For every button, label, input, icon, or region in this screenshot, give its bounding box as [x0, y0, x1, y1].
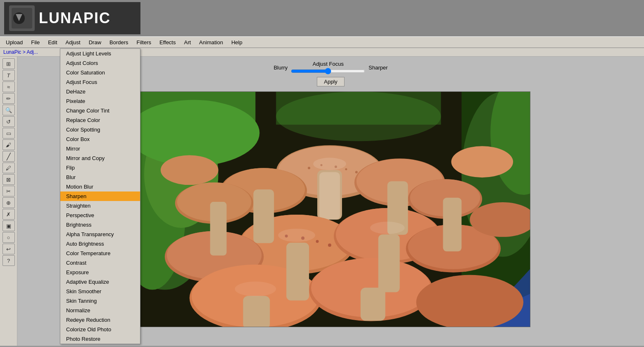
- skin-tanning[interactable]: Skin Tanning: [60, 296, 140, 306]
- svg-rect-49: [253, 189, 274, 243]
- svg-point-60: [313, 158, 346, 170]
- color-spotting[interactable]: Color Spotting: [60, 125, 140, 134]
- dropper-tool[interactable]: 🖊: [2, 163, 15, 173]
- svg-point-36: [316, 240, 318, 243]
- svg-rect-53: [286, 243, 309, 301]
- logo-box: LUNAPIC: [4, 2, 140, 34]
- color-temperature[interactable]: Color Temperature: [60, 249, 140, 258]
- logo-icon: [9, 5, 35, 31]
- stamp-tool[interactable]: ⊕: [2, 197, 15, 208]
- menu-draw[interactable]: Draw: [85, 38, 105, 47]
- menu-file[interactable]: File: [27, 38, 44, 47]
- logo-text: LUNAPIC: [39, 10, 111, 27]
- mirror[interactable]: Mirror: [60, 144, 140, 153]
- dehaze[interactable]: DeHaze: [60, 87, 140, 96]
- svg-point-58: [160, 155, 218, 185]
- auto-brightness[interactable]: Auto Brightness: [60, 239, 140, 249]
- line-tool[interactable]: ╱: [2, 151, 15, 162]
- menu-help[interactable]: Help: [227, 38, 247, 47]
- grid-tool[interactable]: ⊞: [2, 58, 15, 69]
- header: LUNAPIC: [0, 0, 644, 36]
- apply-button[interactable]: Apply: [317, 77, 345, 86]
- svg-point-63: [235, 282, 276, 297]
- menu-effects[interactable]: Effects: [155, 38, 180, 47]
- svg-point-65: [276, 92, 441, 141]
- change-color-tint[interactable]: Change Color Tint: [60, 106, 140, 115]
- svg-point-62: [370, 222, 404, 234]
- svg-rect-52: [443, 198, 461, 251]
- color-saturation[interactable]: Color Saturation: [60, 68, 140, 77]
- zoom-tool[interactable]: 🔍: [2, 105, 15, 115]
- svg-rect-56: [360, 288, 385, 321]
- close-btn[interactable]: ✗: [2, 209, 15, 220]
- colorize-old-photo[interactable]: Colorize Old Photo: [60, 325, 140, 334]
- adjust-colors[interactable]: Adjust Colors: [60, 58, 140, 68]
- rect-select-tool[interactable]: ▭: [2, 128, 15, 139]
- svg-point-61: [278, 229, 315, 242]
- cut-tool[interactable]: ✂: [2, 186, 15, 196]
- straighten[interactable]: Straighten: [60, 201, 140, 211]
- breadcrumb-separator: >: [23, 49, 27, 55]
- breadcrumb-lunapic[interactable]: LunaPic: [3, 49, 21, 55]
- photo-restore[interactable]: Photo Restore: [60, 334, 140, 344]
- adjust-focus[interactable]: Adjust Focus: [60, 77, 140, 87]
- svg-point-57: [451, 146, 513, 177]
- menu-adjust[interactable]: Adjust: [62, 38, 85, 47]
- svg-point-20: [355, 171, 357, 173]
- svg-rect-51: [210, 202, 226, 256]
- sharpen-controls: Blurry Adjust Focus Sharper Apply: [248, 61, 413, 86]
- brightness[interactable]: Brightness: [60, 220, 140, 230]
- erase-tool[interactable]: ⊠: [2, 174, 15, 185]
- rotate-tool[interactable]: ↺: [2, 116, 15, 127]
- pixelate[interactable]: Pixelate: [60, 96, 140, 106]
- svg-point-19: [345, 168, 347, 170]
- undo-tool[interactable]: ↩: [2, 244, 15, 254]
- menu-animation[interactable]: Animation: [195, 38, 227, 47]
- svg-point-16: [308, 167, 310, 169]
- adjust-light-levels[interactable]: Adjust Light Levels: [60, 49, 140, 58]
- mirror-and-copy[interactable]: Mirror and Copy: [60, 153, 140, 163]
- svg-rect-55: [243, 296, 270, 327]
- slider-title: Adjust Focus: [313, 61, 344, 67]
- menu-upload[interactable]: Upload: [2, 38, 27, 47]
- square-tool[interactable]: ▣: [2, 220, 15, 231]
- breadcrumb-adjust[interactable]: Adj...: [26, 49, 38, 55]
- help-tool[interactable]: ?: [2, 255, 15, 266]
- normalize[interactable]: Normalize: [60, 306, 140, 315]
- slider-row: Blurry Adjust Focus Sharper: [248, 61, 413, 74]
- mushroom-image: [132, 91, 530, 327]
- focus-slider[interactable]: [291, 68, 365, 74]
- menu-edit[interactable]: Edit: [44, 38, 61, 47]
- svg-rect-54: [378, 235, 399, 292]
- motion-blur[interactable]: Motion Blur: [60, 182, 140, 191]
- adaptive-equalize[interactable]: Adaptive Equalize: [60, 277, 140, 287]
- skin-smoother[interactable]: Skin Smoother: [60, 287, 140, 296]
- menu-art[interactable]: Art: [180, 38, 195, 47]
- menu-filters[interactable]: Filters: [133, 38, 155, 47]
- blur[interactable]: Blur: [60, 172, 140, 182]
- alpha-transparency[interactable]: Alpha Transparency: [60, 230, 140, 239]
- svg-point-37: [328, 244, 331, 247]
- adjust-dropdown: Adjust Light Levels Adjust Colors Color …: [60, 48, 140, 344]
- svg-rect-22: [319, 172, 340, 220]
- wave-tool[interactable]: ≈: [2, 81, 15, 92]
- image-area: [131, 91, 530, 327]
- paint-tool[interactable]: 🖌: [2, 139, 15, 150]
- slider-title-group: Adjust Focus: [291, 61, 365, 74]
- replace-color[interactable]: Replace Color: [60, 115, 140, 125]
- menu-borders[interactable]: Borders: [105, 38, 133, 47]
- text-tool[interactable]: T: [2, 70, 15, 81]
- svg-point-48: [416, 275, 523, 327]
- toolbar: ⊞ T ≈ ✏ 🔍 ↺ ▭ 🖌 ╱ 🖊 ⊠ ✂ ⊕ ✗ ▣ ○ ↩ ?: [0, 57, 17, 346]
- sharpen[interactable]: Sharpen: [60, 191, 140, 201]
- circle-tool[interactable]: ○: [2, 232, 15, 243]
- flip[interactable]: Flip: [60, 163, 140, 172]
- slider-label-sharper: Sharper: [368, 65, 387, 71]
- pencil-tool[interactable]: ✏: [2, 93, 15, 104]
- color-box[interactable]: Color Box: [60, 134, 140, 144]
- menubar: Upload File Edit Adjust Draw Borders Fil…: [0, 36, 644, 48]
- exposure[interactable]: Exposure: [60, 268, 140, 277]
- perspective[interactable]: Perspective: [60, 211, 140, 220]
- contrast[interactable]: Contrast: [60, 258, 140, 268]
- redeye-reduction[interactable]: Redeye Reduction: [60, 315, 140, 325]
